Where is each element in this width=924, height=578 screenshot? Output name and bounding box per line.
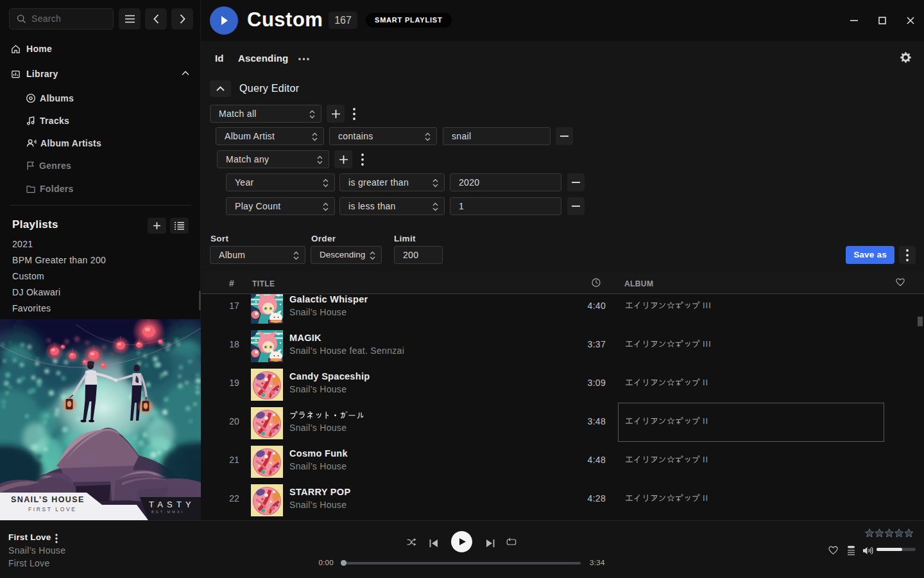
svg-text:BST.MMXI: BST.MMXI bbox=[151, 510, 185, 514]
svg-text:TASTY: TASTY bbox=[149, 500, 195, 509]
svg-text:FIRST LOVE: FIRST LOVE bbox=[28, 506, 76, 512]
svg-text:SNAIL’S HOUSE: SNAIL’S HOUSE bbox=[11, 495, 85, 504]
